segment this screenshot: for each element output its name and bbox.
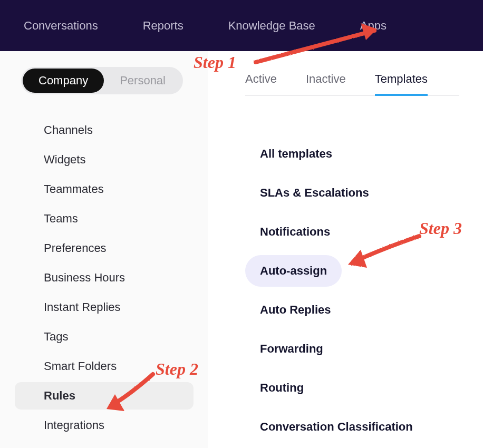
- template-item-auto-replies[interactable]: Auto Replies: [245, 294, 345, 326]
- template-item-conversation-classification[interactable]: Conversation Classification: [245, 411, 428, 443]
- sidebar-list: Channels Widgets Teammates Teams Prefere…: [0, 115, 208, 440]
- nav-knowledge-base[interactable]: Knowledge Base: [228, 19, 315, 33]
- sidebar-item-integrations[interactable]: Integrations: [15, 412, 194, 439]
- tab-active[interactable]: Active: [245, 67, 277, 95]
- sidebar: Company Personal Channels Widgets Teamma…: [0, 51, 208, 448]
- sidebar-item-teammates[interactable]: Teammates: [15, 176, 194, 203]
- template-list: All templates SLAs & Escalations Notific…: [245, 138, 459, 443]
- sidebar-item-tags[interactable]: Tags: [15, 323, 194, 350]
- template-item-routing[interactable]: Routing: [245, 372, 318, 404]
- tab-inactive[interactable]: Inactive: [306, 67, 346, 95]
- sidebar-item-channels[interactable]: Channels: [15, 116, 194, 144]
- sidebar-toggle: Company Personal: [21, 67, 183, 94]
- template-item-all[interactable]: All templates: [245, 138, 347, 170]
- content-area: Active Inactive Templates All templates …: [208, 51, 483, 448]
- template-item-forwarding[interactable]: Forwarding: [245, 333, 338, 365]
- tab-templates[interactable]: Templates: [375, 67, 428, 95]
- template-item-notifications[interactable]: Notifications: [245, 216, 345, 248]
- sidebar-item-smart-folders[interactable]: Smart Folders: [15, 353, 194, 380]
- sidebar-item-preferences[interactable]: Preferences: [15, 235, 194, 262]
- sidebar-item-business-hours[interactable]: Business Hours: [15, 264, 194, 291]
- top-nav: Conversations Reports Knowledge Base App…: [0, 0, 483, 51]
- sidebar-item-widgets[interactable]: Widgets: [15, 146, 194, 173]
- nav-apps[interactable]: Apps: [360, 19, 387, 33]
- main-container: Company Personal Channels Widgets Teamma…: [0, 51, 483, 448]
- sidebar-item-teams[interactable]: Teams: [15, 205, 194, 232]
- template-item-auto-assign[interactable]: Auto-assign: [245, 255, 342, 287]
- template-item-slas[interactable]: SLAs & Escalations: [245, 177, 384, 209]
- toggle-company[interactable]: Company: [23, 69, 104, 93]
- tab-row: Active Inactive Templates: [245, 67, 459, 96]
- nav-conversations[interactable]: Conversations: [24, 19, 98, 33]
- sidebar-item-instant-replies[interactable]: Instant Replies: [15, 294, 194, 321]
- sidebar-item-rules[interactable]: Rules: [15, 382, 194, 410]
- toggle-personal[interactable]: Personal: [104, 69, 181, 93]
- nav-reports[interactable]: Reports: [143, 19, 183, 33]
